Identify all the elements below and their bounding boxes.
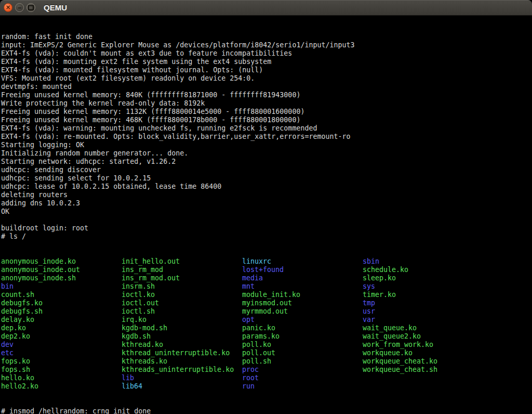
- ls-entry-file: anonymous_inode.ko: [1, 257, 122, 266]
- ls-entry-file: poll.ko: [242, 341, 363, 349]
- ls-entry-file: workqueue_cheat.ko: [363, 357, 483, 366]
- ls-row: fops.shkthreads_uninterruptible.koprocwo…: [1, 366, 532, 374]
- ls-entry-file: kthreads.ko: [122, 357, 242, 366]
- ls-entry-file: dep2.ko: [1, 332, 122, 341]
- ls-entry-file: panic.ko: [242, 324, 363, 332]
- qemu-window: ✕ − QEMU random: fast init doneinput: Im…: [0, 0, 532, 414]
- console-line: buildroot login: root: [1, 224, 532, 232]
- ls-entry-file: sleep.ko: [363, 274, 483, 282]
- ls-entry-file: anonymous_inode.out: [1, 266, 122, 274]
- ls-entry-file: myinsmod.out: [242, 299, 363, 307]
- ls-row: devkthread.kopoll.kowork_from_work.ko: [1, 341, 532, 349]
- ls-entry-dir: proc: [242, 366, 363, 374]
- ls-row: hello.kolibroot: [1, 374, 532, 382]
- ls-entry-file: fops.sh: [1, 366, 122, 374]
- ls-entry-file: wait_queue.ko: [363, 324, 483, 332]
- ls-entry-file: ins_rm_mod.out: [122, 274, 242, 282]
- console-line: Freeing unused kernel memory: 1132K (fff…: [1, 108, 532, 116]
- ls-entry-file: myrmmod.out: [242, 307, 363, 316]
- ls-entry-file: kthread_uninterruptible.ko: [122, 349, 242, 357]
- ls-entry-dir: sbin: [363, 257, 483, 266]
- ls-row: anonymous_inode.outins_rm_modlost+founds…: [1, 266, 532, 274]
- title-bar[interactable]: ✕ − QEMU: [0, 0, 532, 16]
- window-title: QEMU: [44, 0, 67, 16]
- ls-entry-link: lib64: [122, 382, 242, 391]
- console-line: Freeing unused kernel memory: 468K (ffff…: [1, 116, 532, 124]
- ls-row: debugfs.shioctl.shmyrmmod.outusr: [1, 307, 532, 316]
- ls-entry-file: delay.ko: [1, 316, 122, 324]
- ls-row: bininsrm.shmntsys: [1, 282, 532, 291]
- ls-row: dep.kokgdb-mod.shpanic.kowait_queue.ko: [1, 324, 532, 332]
- ls-entry-file: poll.sh: [242, 357, 363, 366]
- ls-entry-dir: tmp: [363, 299, 483, 307]
- console-line: EXT4-fs (vda): couldn't mount as ext3 du…: [1, 49, 532, 58]
- maximize-icon: [28, 5, 34, 10]
- console-line: VFS: Mounted root (ext2 filesystem) read…: [1, 74, 532, 83]
- ls-entry-file: poll.out: [242, 349, 363, 357]
- ls-entry-dir: mnt: [242, 282, 363, 291]
- boot-log: random: fast init doneinput: ImExPS/2 Ge…: [1, 33, 532, 241]
- ls-entry-file: kgdb.sh: [122, 332, 242, 341]
- ls-entry-file: ins_rm_mod: [122, 266, 242, 274]
- ls-entry-dir: run: [242, 382, 363, 391]
- ls-entry-file: module_init.ko: [242, 291, 363, 299]
- ls-entry-dir: bin: [1, 282, 122, 291]
- ls-entry-file: params.ko: [242, 332, 363, 341]
- ls-entry-file: debugfs.ko: [1, 299, 122, 307]
- terminal-screen[interactable]: random: fast init doneinput: ImExPS/2 Ge…: [0, 16, 532, 414]
- console-line: EXT4-fs (vda): mounted filesystem withou…: [1, 66, 532, 74]
- console-line: Starting logging: OK: [1, 141, 532, 149]
- console-line: udhcpc: sending discover: [1, 166, 532, 174]
- console-line: adding dns 10.0.2.3: [1, 199, 532, 208]
- console-line: Freeing unused kernel memory: 840K (ffff…: [1, 91, 532, 99]
- ls-entry-file: ioctl.ko: [122, 291, 242, 299]
- ls-entry-dir: dev: [1, 341, 122, 349]
- ls-entry-file: kgdb-mod.sh: [122, 324, 242, 332]
- ls-row: debugfs.koioctl.outmyinsmod.outtmp: [1, 299, 532, 307]
- console-line: udhcpc: lease of 10.0.2.15 obtained, lea…: [1, 183, 532, 191]
- ls-row: anonymous_inode.shins_rm_mod.outmediasle…: [1, 274, 532, 282]
- ls-entry-file: ioctl.out: [122, 299, 242, 307]
- console-line: devtmpfs: mounted: [1, 83, 532, 91]
- ls-entry-dir: lib: [122, 374, 242, 382]
- ls-entry-file: kthreads_uninterruptible.ko: [122, 366, 242, 374]
- ls-row: anonymous_inode.koinit_hello.outlinuxrcs…: [1, 257, 532, 266]
- ls-entry-file: irq.ko: [122, 316, 242, 324]
- console-line: Initializing random number generator... …: [1, 149, 532, 158]
- ls-entry-dir: lost+found: [242, 266, 363, 274]
- ls-entry-dir: media: [242, 274, 363, 282]
- console-line: EXT4-fs (vda): mounting ext2 file system…: [1, 58, 532, 66]
- ls-entry-dir: opt: [242, 316, 363, 324]
- ls-row: delay.koirq.kooptvar: [1, 316, 532, 324]
- ls-entry-file: wait_queue2.ko: [363, 332, 483, 341]
- minimize-button[interactable]: −: [15, 3, 24, 12]
- console-line: udhcpc: sending select for 10.0.2.15: [1, 174, 532, 183]
- ls-entry-file: kthread.ko: [122, 341, 242, 349]
- ls-output: anonymous_inode.koinit_hello.outlinuxrcs…: [1, 257, 532, 391]
- ls-row: dep2.kokgdb.shparams.kowait_queue2.ko: [1, 332, 532, 341]
- ls-entry-file: fops.ko: [1, 357, 122, 366]
- console-line: deleting routers: [1, 191, 532, 199]
- maximize-button[interactable]: [26, 3, 35, 12]
- console-line: EXT4-fs (vda): re-mounted. Opts: block_v…: [1, 133, 532, 141]
- ls-entry-file: dep.ko: [1, 324, 122, 332]
- ls-row: hello2.kolib64run: [1, 382, 532, 391]
- console-line: OK: [1, 208, 532, 216]
- ls-entry-dir: usr: [363, 307, 483, 316]
- ls-entry-dir: sys: [363, 282, 483, 291]
- console-line: Write protecting the kernel read-only da…: [1, 99, 532, 108]
- ls-entry-file: timer.ko: [363, 291, 483, 299]
- ls-row: fops.kokthreads.kopoll.shworkqueue_cheat…: [1, 357, 532, 366]
- ls-row: etckthread_uninterruptible.kopoll.outwor…: [1, 349, 532, 357]
- console-line: [1, 216, 532, 224]
- ls-entry-file: workqueue_cheat.sh: [363, 366, 483, 374]
- ls-entry-file: init_hello.out: [122, 257, 242, 266]
- ls-entry-file: count.sh: [1, 291, 122, 299]
- ls-entry-file: anonymous_inode.sh: [1, 274, 122, 282]
- close-button[interactable]: ✕: [4, 3, 12, 12]
- ls-entry-file: insrm.sh: [122, 282, 242, 291]
- console-line: input: ImExPS/2 Generic Explorer Mouse a…: [1, 41, 532, 49]
- ls-entry-dir: root: [242, 374, 363, 382]
- console-line: Starting network: udhcpc: started, v1.26…: [1, 158, 532, 166]
- ls-entry-file: work_from_work.ko: [363, 341, 483, 349]
